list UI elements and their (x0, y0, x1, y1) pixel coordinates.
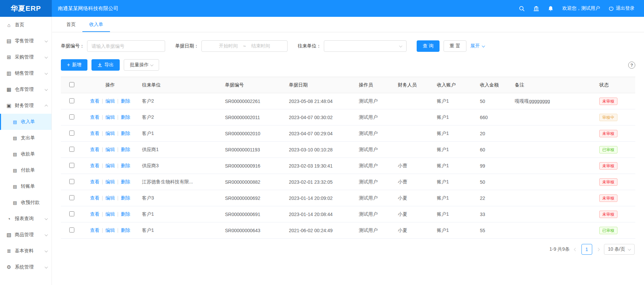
row-checkbox-cell (61, 142, 82, 158)
cell-unit: 客户1 (138, 222, 221, 239)
logout-button[interactable]: 退出登录 (609, 5, 635, 11)
delete-link[interactable]: 删除 (121, 98, 130, 104)
cell-bill_no: SR00000000692 (221, 190, 285, 206)
row-checkbox[interactable] (69, 147, 74, 152)
select-all-checkbox[interactable] (69, 82, 74, 87)
date-range-picker[interactable]: 开始时间 ~ 结束时间 (201, 40, 288, 52)
view-link[interactable]: 查看 (90, 179, 100, 184)
sidebar-item-retail[interactable]: ▤零售管理 (0, 33, 51, 49)
delete-link[interactable]: 删除 (121, 179, 130, 184)
main-area: 首页收入单 单据编号： 单据日期： 开始时间 ~ 结束时间 往来单位： (52, 17, 644, 285)
edit-link[interactable]: 编辑 (106, 163, 115, 168)
cell-amount: 99 (476, 158, 511, 174)
cell-finance: 小曹 (394, 158, 433, 174)
row-checkbox[interactable] (69, 98, 74, 103)
batch-button[interactable]: 批量操作 (124, 59, 159, 71)
row-checkbox[interactable] (69, 227, 74, 233)
view-link[interactable]: 查看 (90, 227, 100, 233)
search-button[interactable]: 查 询 (417, 40, 440, 52)
sidebar-item-transfer[interactable]: ▤转账单 (0, 178, 51, 194)
table-row: 查看|编辑|删除供应商1SR000000011932023-03-10 00:1… (61, 142, 635, 158)
sidebar-item-finance[interactable]: ▣财务管理 (0, 98, 51, 114)
page-size-select[interactable]: 10 条/页 (604, 244, 635, 255)
row-checkbox[interactable] (69, 211, 74, 216)
cell-status: 未审核 (595, 190, 635, 206)
tab-income[interactable]: 收入单 (82, 17, 110, 32)
sidebar-item-goods[interactable]: ▧商品管理 (0, 227, 51, 243)
sidebar-item-expense[interactable]: ▤支出单 (0, 130, 51, 146)
tab-home[interactable]: 首页 (60, 17, 82, 32)
sidebar-menu: ⌂首页▤零售管理⊞采购管理▥销售管理▦仓库管理▣财务管理▤收入单▤支出单▤收款单… (0, 17, 51, 275)
view-link[interactable]: 查看 (90, 114, 100, 120)
bill-no-input[interactable] (87, 40, 165, 52)
row-checkbox[interactable] (69, 131, 74, 136)
delete-link[interactable]: 删除 (121, 227, 130, 233)
date-filter: 单据日期： 开始时间 ~ 结束时间 (175, 40, 288, 52)
edit-link[interactable]: 编辑 (106, 98, 115, 104)
cell-status: 未审核 (595, 126, 635, 142)
sidebar-item-label: 采购管理 (15, 54, 45, 60)
table-row: 查看|编辑|删除客户3SR000000006922023-01-14 20:09… (61, 190, 635, 206)
view-link[interactable]: 查看 (90, 131, 100, 136)
edit-link[interactable]: 编辑 (106, 114, 115, 120)
column-header-6: 财务人员 (394, 77, 433, 93)
cell-bill_no: SR00000002010 (221, 126, 285, 142)
expand-link[interactable]: 展开 (470, 43, 485, 49)
reset-button[interactable]: 重 置 (444, 40, 466, 52)
sidebar-item-receipt[interactable]: ▤收款单 (0, 146, 51, 162)
sidebar-item-warehouse[interactable]: ▦仓库管理 (0, 81, 51, 98)
sidebar-item-income[interactable]: ▤收入单 (0, 114, 51, 130)
page-1-button[interactable]: 1 (581, 244, 592, 255)
sidebar-item-payment[interactable]: ▤付款单 (0, 162, 51, 178)
view-link[interactable]: 查看 (90, 211, 100, 217)
add-button[interactable]: + 新增 (61, 59, 87, 71)
date-separator: ~ (243, 43, 246, 49)
cell-date: 2021-06-02 00:24:49 (285, 222, 355, 239)
cell-finance (394, 126, 433, 142)
view-link[interactable]: 查看 (90, 147, 100, 152)
help-icon[interactable]: ? (628, 62, 635, 69)
row-checkbox[interactable] (69, 114, 74, 119)
sidebar-item-report[interactable]: ◔报表查询 (0, 211, 51, 227)
sidebar-item-basic[interactable]: ≣基本资料 (0, 243, 51, 259)
bank-icon[interactable] (533, 6, 539, 11)
prev-page-button[interactable] (574, 248, 577, 251)
cell-operator: 测试用户 (355, 222, 394, 239)
table-row: 查看|编辑|删除客户2SR000000020112023-04-07 00:30… (61, 109, 635, 126)
view-link[interactable]: 查看 (90, 195, 100, 201)
app-logo[interactable]: 华夏ERP (0, 0, 52, 17)
edit-link[interactable]: 编辑 (106, 195, 115, 201)
unit-select[interactable] (324, 40, 407, 52)
search-icon[interactable] (519, 6, 525, 11)
sidebar-item-system[interactable]: ⚙系统管理 (0, 259, 51, 275)
status-badge: 审核中 (599, 114, 617, 121)
delete-link[interactable]: 删除 (121, 211, 130, 217)
sidebar-item-home[interactable]: ⌂首页 (0, 17, 51, 33)
edit-link[interactable]: 编辑 (106, 211, 115, 217)
view-link[interactable]: 查看 (90, 163, 100, 168)
sidebar-item-advance[interactable]: ▤收预付款 (0, 194, 51, 211)
delete-link[interactable]: 删除 (121, 131, 130, 136)
delete-link[interactable]: 删除 (121, 195, 130, 201)
sidebar-item-purchase[interactable]: ⊞采购管理 (0, 49, 51, 65)
row-checkbox[interactable] (69, 163, 74, 168)
row-checkbox[interactable] (69, 195, 74, 200)
action-divider: | (102, 98, 103, 104)
cell-unit: 客户2 (138, 109, 221, 126)
edit-link[interactable]: 编辑 (106, 179, 115, 184)
bell-icon[interactable] (548, 6, 554, 11)
column-header-10: 状态 (595, 77, 635, 93)
edit-link[interactable]: 编辑 (106, 227, 115, 233)
add-label: 新增 (72, 62, 81, 68)
row-checkbox[interactable] (69, 179, 74, 184)
view-link[interactable]: 查看 (90, 98, 100, 104)
export-button[interactable]: 导出 (91, 59, 120, 71)
sidebar-item-sales[interactable]: ▥销售管理 (0, 65, 51, 81)
next-page-button[interactable] (596, 248, 600, 251)
delete-link[interactable]: 删除 (121, 147, 130, 152)
delete-link[interactable]: 删除 (121, 114, 130, 120)
edit-link[interactable]: 编辑 (106, 147, 115, 152)
sales-icon: ▥ (6, 70, 12, 76)
delete-link[interactable]: 删除 (121, 163, 130, 168)
edit-link[interactable]: 编辑 (106, 131, 115, 136)
